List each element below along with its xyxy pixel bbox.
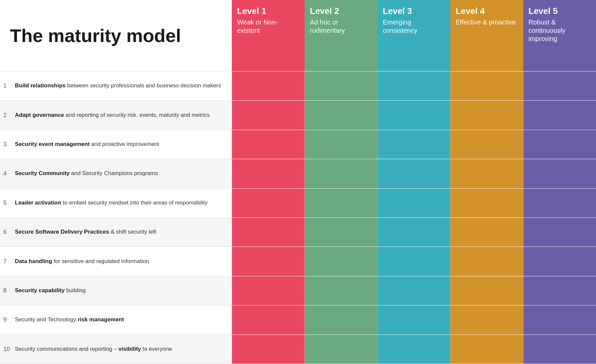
main-container: The maturity model 1Build relationships … bbox=[0, 0, 596, 364]
level-number: Level 1 bbox=[237, 6, 299, 16]
row-text: Secure Software Delivery Practices & shi… bbox=[15, 228, 156, 236]
table-row: 4Security Community and Security Champio… bbox=[0, 159, 232, 188]
grid-cell bbox=[377, 189, 450, 217]
rows-area: 1Build relationships between security pr… bbox=[0, 71, 232, 364]
grid-cell bbox=[305, 276, 377, 305]
grid-cell bbox=[232, 101, 305, 129]
row-number: 7 bbox=[3, 258, 15, 265]
level-header-l5: Level 5Robust & continuously improving bbox=[523, 0, 596, 71]
row-number: 5 bbox=[3, 200, 15, 206]
grid-cell bbox=[450, 335, 523, 364]
grid-row bbox=[232, 130, 596, 159]
level-subtitle: Weak or Non-existent bbox=[237, 18, 299, 35]
level-header-l4: Level 4Effective & proactive bbox=[450, 0, 523, 71]
grid-row bbox=[232, 217, 596, 247]
grid-cell bbox=[232, 305, 305, 334]
grid-row bbox=[232, 71, 596, 100]
level-number: Level 2 bbox=[310, 6, 372, 16]
table-row: 9Security and Technology risk management bbox=[0, 305, 232, 334]
level-subtitle: Ad hoc or rudimentary bbox=[310, 18, 372, 35]
grid-cell bbox=[232, 71, 305, 100]
grid-cell bbox=[523, 189, 596, 217]
grid-cell bbox=[305, 247, 377, 276]
grid-cell bbox=[232, 276, 305, 305]
grid-cell bbox=[305, 159, 377, 188]
table-row: 3Security event management and proactive… bbox=[0, 130, 232, 159]
grid-cell bbox=[523, 159, 596, 188]
grid-cell bbox=[523, 276, 596, 305]
grid-cell bbox=[377, 159, 450, 188]
table-row: 7Data handling for sensitive and regulat… bbox=[0, 247, 232, 276]
grid-cell bbox=[305, 335, 377, 364]
level-number: Level 4 bbox=[456, 6, 518, 16]
row-number: 2 bbox=[3, 112, 15, 119]
table-row: 1Build relationships between security pr… bbox=[0, 71, 232, 100]
grid-row bbox=[232, 335, 596, 364]
grid-cell bbox=[450, 276, 523, 305]
grid-row bbox=[232, 276, 596, 305]
grid-cell bbox=[523, 101, 596, 129]
grid-cell bbox=[377, 335, 450, 364]
row-text: Security and Technology risk management bbox=[15, 316, 124, 324]
grid-cell bbox=[305, 130, 377, 159]
grid-cell bbox=[232, 130, 305, 159]
grid-cell bbox=[377, 71, 450, 100]
row-text: Adapt governance and reporting of securi… bbox=[15, 112, 210, 119]
grid-cell bbox=[377, 101, 450, 129]
grid-cell bbox=[450, 71, 523, 100]
grid-cell bbox=[305, 218, 377, 247]
grid-cell bbox=[305, 189, 377, 217]
row-number: 6 bbox=[3, 229, 15, 236]
grid-row bbox=[232, 305, 596, 334]
row-text: Data handling for sensitive and regulate… bbox=[15, 258, 149, 265]
row-number: 4 bbox=[3, 170, 15, 177]
left-panel: The maturity model 1Build relationships … bbox=[0, 0, 232, 364]
row-number: 8 bbox=[3, 287, 15, 294]
row-text: Security capability building bbox=[15, 287, 86, 295]
grid-cell bbox=[523, 71, 596, 100]
grid-rows bbox=[232, 71, 596, 364]
right-panel: Level 1Weak or Non-existentLevel 2Ad hoc… bbox=[232, 0, 596, 364]
page-title: The maturity model bbox=[10, 25, 181, 46]
grid-cell bbox=[450, 218, 523, 247]
grid-cell bbox=[232, 335, 305, 364]
title-area: The maturity model bbox=[0, 0, 232, 71]
grid-row bbox=[232, 100, 596, 129]
table-row: 10Security communications and reporting … bbox=[0, 335, 232, 364]
grid-cell bbox=[523, 130, 596, 159]
grid-cell bbox=[305, 71, 377, 100]
level-subtitle: Robust & continuously improving bbox=[528, 18, 591, 43]
grid-cell bbox=[377, 218, 450, 247]
table-row: 5Leader activation to embed security min… bbox=[0, 188, 232, 217]
grid-cell bbox=[450, 159, 523, 188]
row-text: Build relationships between security pro… bbox=[15, 82, 221, 90]
table-row: 8Security capability building bbox=[0, 276, 232, 305]
grid-cell bbox=[523, 305, 596, 334]
grid-cell bbox=[305, 305, 377, 334]
grid-cell bbox=[450, 130, 523, 159]
grid-cell bbox=[377, 130, 450, 159]
grid-cell bbox=[377, 305, 450, 334]
grid-cell bbox=[232, 247, 305, 276]
row-number: 3 bbox=[3, 141, 15, 148]
level-header-l3: Level 3Emerging consistency bbox=[377, 0, 450, 71]
level-number: Level 3 bbox=[383, 6, 445, 16]
grid-row bbox=[232, 159, 596, 188]
grid-cell bbox=[523, 335, 596, 364]
grid-cell bbox=[450, 247, 523, 276]
row-text: Leader activation to embed security mind… bbox=[15, 199, 208, 207]
table-row: 2Adapt governance and reporting of secur… bbox=[0, 100, 232, 129]
level-subtitle: Emerging consistency bbox=[383, 18, 445, 35]
grid-cell bbox=[305, 101, 377, 129]
row-text: Security communications and reporting – … bbox=[15, 345, 172, 353]
level-number: Level 5 bbox=[528, 6, 591, 16]
level-headers: Level 1Weak or Non-existentLevel 2Ad hoc… bbox=[232, 0, 596, 71]
grid-cell bbox=[450, 101, 523, 129]
grid-cell bbox=[523, 218, 596, 247]
row-text: Security Community and Security Champion… bbox=[15, 170, 158, 177]
grid-cell bbox=[450, 305, 523, 334]
grid-cell bbox=[232, 159, 305, 188]
grid-cell bbox=[377, 276, 450, 305]
grid-cell bbox=[377, 247, 450, 276]
grid-cell bbox=[232, 218, 305, 247]
